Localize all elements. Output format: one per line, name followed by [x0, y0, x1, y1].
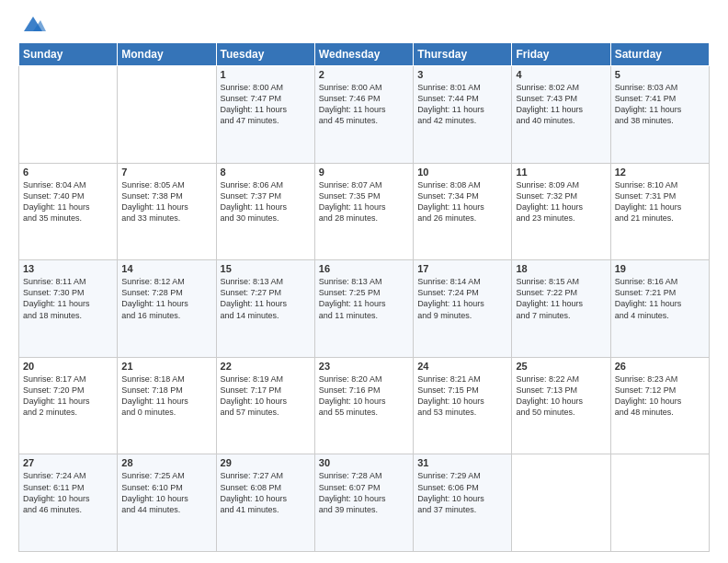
calendar-cell — [118, 66, 216, 164]
cell-info: and 42 minutes. — [417, 115, 507, 126]
day-number: 13 — [23, 263, 113, 274]
cell-info: Sunset: 7:37 PM — [221, 190, 311, 201]
cell-info: and 45 minutes. — [319, 115, 409, 126]
cell-info: Sunrise: 8:12 AM — [121, 276, 211, 287]
cell-info: Daylight: 11 hours — [417, 298, 507, 309]
logo — [18, 15, 46, 33]
calendar-week-2: 6Sunrise: 8:04 AMSunset: 7:40 PMDaylight… — [19, 163, 710, 260]
calendar-cell: 19Sunrise: 8:16 AMSunset: 7:21 PMDayligh… — [610, 260, 709, 358]
cell-info: Sunset: 7:18 PM — [121, 385, 211, 396]
cell-info: Daylight: 10 hours — [221, 493, 311, 504]
cell-info: Sunrise: 8:13 AM — [221, 276, 311, 287]
day-number: 5 — [615, 69, 705, 80]
cell-info: and 7 minutes. — [516, 310, 606, 321]
day-number: 22 — [221, 361, 311, 372]
calendar-cell: 1Sunrise: 8:00 AMSunset: 7:47 PMDaylight… — [216, 66, 314, 164]
cell-info: Sunset: 7:20 PM — [23, 385, 113, 396]
cell-info: Sunset: 6:07 PM — [319, 482, 409, 493]
day-number: 6 — [23, 167, 113, 178]
cell-info: and 48 minutes. — [615, 407, 705, 418]
cell-info: Sunrise: 8:21 AM — [417, 373, 507, 385]
day-number: 3 — [417, 69, 507, 80]
cell-info: and 41 minutes. — [221, 504, 311, 515]
cell-info: Sunrise: 8:13 AM — [319, 276, 409, 287]
calendar-header-monday: Monday — [118, 43, 216, 66]
calendar-cell: 9Sunrise: 8:07 AMSunset: 7:35 PMDaylight… — [314, 163, 413, 260]
cell-info: Daylight: 11 hours — [121, 298, 211, 309]
calendar-cell: 13Sunrise: 8:11 AMSunset: 7:30 PMDayligh… — [19, 260, 118, 358]
cell-info: Sunset: 6:08 PM — [221, 482, 311, 493]
cell-info: and 44 minutes. — [121, 504, 211, 515]
cell-info: Sunrise: 8:09 AM — [516, 179, 606, 190]
cell-info: Daylight: 11 hours — [319, 298, 409, 309]
calendar-cell — [19, 66, 118, 164]
cell-info: Sunrise: 8:08 AM — [417, 179, 507, 190]
cell-info: Sunrise: 8:07 AM — [319, 179, 409, 190]
cell-info: Sunrise: 8:16 AM — [615, 276, 705, 287]
calendar-cell: 25Sunrise: 8:22 AMSunset: 7:13 PMDayligh… — [512, 357, 610, 454]
cell-info: Sunrise: 7:28 AM — [319, 470, 409, 481]
day-number: 17 — [417, 263, 507, 274]
calendar-header-row: SundayMondayTuesdayWednesdayThursdayFrid… — [19, 43, 710, 66]
day-number: 8 — [221, 167, 311, 178]
calendar-cell: 27Sunrise: 7:24 AMSunset: 6:11 PMDayligh… — [19, 454, 118, 552]
cell-info: Sunrise: 8:23 AM — [615, 373, 705, 385]
cell-info: Sunset: 7:43 PM — [516, 93, 606, 104]
cell-info: Sunset: 7:41 PM — [615, 93, 705, 104]
calendar-cell: 11Sunrise: 8:09 AMSunset: 7:32 PMDayligh… — [512, 163, 610, 260]
calendar-cell: 17Sunrise: 8:14 AMSunset: 7:24 PMDayligh… — [414, 260, 512, 358]
cell-info: Daylight: 10 hours — [319, 396, 409, 407]
cell-info: Sunset: 7:12 PM — [615, 385, 705, 396]
calendar-cell: 26Sunrise: 8:23 AMSunset: 7:12 PMDayligh… — [610, 357, 709, 454]
cell-info: and 2 minutes. — [23, 407, 113, 418]
calendar-cell: 5Sunrise: 8:03 AMSunset: 7:41 PMDaylight… — [610, 66, 709, 164]
cell-info: Sunset: 7:16 PM — [319, 385, 409, 396]
cell-info: and 55 minutes. — [319, 407, 409, 418]
day-number: 21 — [121, 361, 211, 372]
cell-info: Sunrise: 7:24 AM — [23, 470, 113, 481]
calendar-cell — [610, 454, 709, 552]
cell-info: Sunrise: 8:15 AM — [516, 276, 606, 287]
cell-info: and 47 minutes. — [221, 115, 311, 126]
cell-info: and 46 minutes. — [23, 504, 113, 515]
day-number: 31 — [417, 457, 507, 468]
cell-info: and 4 minutes. — [615, 310, 705, 321]
cell-info: Sunrise: 8:02 AM — [516, 82, 606, 93]
cell-info: and 18 minutes. — [23, 310, 113, 321]
cell-info: Daylight: 11 hours — [615, 201, 705, 213]
calendar-cell: 20Sunrise: 8:17 AMSunset: 7:20 PMDayligh… — [19, 357, 118, 454]
day-number: 30 — [319, 457, 409, 468]
cell-info: Sunset: 7:17 PM — [221, 385, 311, 396]
logo-icon — [20, 15, 46, 33]
cell-info: and 11 minutes. — [319, 310, 409, 321]
calendar-cell: 8Sunrise: 8:06 AMSunset: 7:37 PMDaylight… — [216, 163, 314, 260]
calendar-cell: 29Sunrise: 7:27 AMSunset: 6:08 PMDayligh… — [216, 454, 314, 552]
day-number: 15 — [221, 263, 311, 274]
cell-info: Sunset: 7:35 PM — [319, 190, 409, 201]
cell-info: Daylight: 11 hours — [319, 104, 409, 115]
cell-info: Daylight: 11 hours — [615, 104, 705, 115]
cell-info: Sunrise: 8:19 AM — [221, 373, 311, 385]
calendar-cell: 7Sunrise: 8:05 AMSunset: 7:38 PMDaylight… — [118, 163, 216, 260]
cell-info: Sunrise: 7:29 AM — [417, 470, 507, 481]
cell-info: and 38 minutes. — [615, 115, 705, 126]
cell-info: Sunrise: 8:06 AM — [221, 179, 311, 190]
cell-info: Daylight: 11 hours — [121, 396, 211, 407]
cell-info: Daylight: 11 hours — [417, 201, 507, 213]
page: SundayMondayTuesdayWednesdayThursdayFrid… — [0, 0, 728, 563]
cell-info: Sunrise: 8:11 AM — [23, 276, 113, 287]
cell-info: Sunset: 7:34 PM — [417, 190, 507, 201]
calendar-header-sunday: Sunday — [19, 43, 118, 66]
logo-text — [18, 15, 46, 33]
calendar-header-saturday: Saturday — [610, 43, 709, 66]
calendar-header-thursday: Thursday — [414, 43, 512, 66]
calendar-week-3: 13Sunrise: 8:11 AMSunset: 7:30 PMDayligh… — [19, 260, 710, 358]
header — [18, 15, 710, 33]
cell-info: Sunrise: 8:03 AM — [615, 82, 705, 93]
day-number: 1 — [221, 69, 311, 80]
cell-info: Daylight: 11 hours — [23, 298, 113, 309]
cell-info: Daylight: 11 hours — [516, 298, 606, 309]
calendar-cell: 10Sunrise: 8:08 AMSunset: 7:34 PMDayligh… — [414, 163, 512, 260]
calendar-cell: 18Sunrise: 8:15 AMSunset: 7:22 PMDayligh… — [512, 260, 610, 358]
cell-info: and 9 minutes. — [417, 310, 507, 321]
